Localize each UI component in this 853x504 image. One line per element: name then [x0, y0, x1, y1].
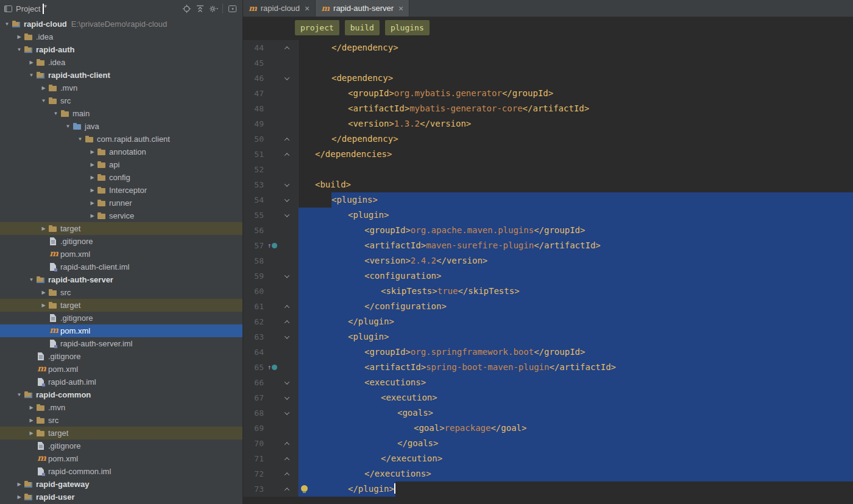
code-editor[interactable]: 44</dependency>4546<dependency>47<groupI…: [243, 38, 853, 504]
tree-item-rapid-auth-client[interactable]: ▼rapid-auth-client: [0, 69, 242, 82]
expanded-arrow-icon[interactable]: ▼: [76, 136, 85, 142]
fold-marker[interactable]: [281, 275, 293, 278]
chevron-down-icon[interactable]: ▼: [43, 4, 44, 14]
fold-marker[interactable]: [281, 305, 293, 309]
fold-marker[interactable]: [281, 335, 293, 339]
code-cell[interactable]: <artifactId>spring-boot-maven-plugin</ar…: [299, 360, 853, 375]
tree-item-.idea[interactable]: ▶.idea: [0, 30, 242, 43]
tree-item-.gitignore[interactable]: .gitignore: [0, 312, 242, 324]
override-gutter-icons[interactable]: ↑: [264, 364, 281, 371]
collapsed-arrow-icon[interactable]: ▶: [39, 85, 48, 91]
tree-item-rapid-common[interactable]: ▼rapid-common: [0, 388, 242, 401]
tree-item-rapid-auth.iml[interactable]: rapid-auth.iml: [0, 376, 242, 388]
collapse-all-icon[interactable]: [193, 2, 207, 15]
tree-item-main[interactable]: ▼main: [0, 107, 242, 120]
tree-item-java[interactable]: ▼java: [0, 120, 242, 133]
locate-file-icon[interactable]: [180, 2, 193, 15]
tree-item-rapid-cloud[interactable]: ▼rapid-cloudE:\privateDemo\rapid-cloud: [0, 18, 242, 30]
expanded-arrow-icon[interactable]: ▼: [15, 392, 24, 397]
collapsed-arrow-icon[interactable]: ▶: [88, 162, 97, 167]
tree-item-src[interactable]: ▼src: [0, 94, 242, 107]
tree-item-rapid-auth-server.iml[interactable]: rapid-auth-server.iml: [0, 337, 242, 350]
collapsed-arrow-icon[interactable]: ▶: [27, 418, 36, 423]
settings-gear-icon[interactable]: [207, 2, 220, 15]
tree-item-Interceptor[interactable]: ▶Interceptor: [0, 184, 242, 197]
expanded-arrow-icon[interactable]: ▼: [15, 47, 24, 52]
code-cell[interactable]: <executions>: [299, 375, 853, 390]
tree-item-.idea[interactable]: ▶.idea: [0, 56, 242, 69]
tree-item-rapid-auth[interactable]: ▼rapid-auth: [0, 43, 242, 56]
code-cell[interactable]: </dependency>: [299, 40, 853, 55]
fold-marker[interactable]: [281, 488, 293, 491]
code-cell[interactable]: <execution>: [299, 390, 853, 405]
code-cell[interactable]: <build>: [299, 177, 853, 192]
tree-item-.mvn[interactable]: ▶.mvn: [0, 82, 242, 94]
code-cell[interactable]: </goals>: [299, 436, 853, 451]
fold-marker[interactable]: [281, 396, 293, 400]
code-cell[interactable]: </plugin>: [299, 481, 853, 497]
tree-item-.gitignore[interactable]: .gitignore: [0, 235, 242, 248]
close-icon[interactable]: ×: [305, 4, 310, 13]
tree-item-pom.xml[interactable]: pom.xml: [0, 248, 242, 261]
expanded-arrow-icon[interactable]: ▼: [27, 277, 36, 282]
intention-bulb-icon[interactable]: [301, 485, 308, 492]
collapsed-arrow-icon[interactable]: ▶: [15, 34, 24, 40]
expanded-arrow-icon[interactable]: ▼: [51, 111, 60, 116]
tree-item-pom.xml[interactable]: pom.xml: [0, 452, 242, 465]
tree-item-.gitignore[interactable]: .gitignore: [0, 439, 242, 452]
fold-marker[interactable]: [281, 153, 293, 156]
tree-item-target[interactable]: ▶target: [0, 299, 242, 312]
override-arrow-icon[interactable]: ↑: [267, 242, 272, 249]
tree-item-rapid-gateway[interactable]: ▶rapid-gateway: [0, 478, 242, 491]
expanded-arrow-icon[interactable]: ▼: [27, 72, 36, 78]
code-cell[interactable]: <plugin>: [299, 329, 853, 345]
tree-item-target[interactable]: ▶target: [0, 427, 242, 439]
tree-item-api[interactable]: ▶api: [0, 158, 242, 171]
tree-item-com.rapid.auth.client[interactable]: ▼com.rapid.auth.client: [0, 133, 242, 145]
expanded-arrow-icon[interactable]: ▼: [63, 124, 73, 129]
code-cell[interactable]: </executions>: [299, 466, 853, 481]
tree-item-src[interactable]: ▶src: [0, 414, 242, 427]
tree-item-target[interactable]: ▶target: [0, 222, 242, 235]
code-cell[interactable]: <dependency>: [299, 71, 853, 86]
fold-marker[interactable]: [281, 214, 293, 217]
code-cell[interactable]: <groupId>org.apache.maven.plugins</group…: [299, 223, 853, 238]
code-cell[interactable]: </execution>: [299, 451, 853, 466]
code-cell[interactable]: <artifactId>maven-surefire-plugin</artif…: [299, 238, 853, 253]
hide-panel-icon[interactable]: [225, 2, 239, 15]
code-cell[interactable]: </dependencies>: [299, 147, 853, 162]
code-cell[interactable]: [299, 55, 853, 71]
code-cell[interactable]: <plugin>: [299, 208, 853, 223]
collapsed-arrow-icon[interactable]: ▶: [88, 213, 97, 219]
fold-marker[interactable]: [281, 320, 293, 324]
code-cell[interactable]: <skipTests>true</skipTests>: [299, 284, 853, 299]
collapsed-arrow-icon[interactable]: ▶: [39, 303, 48, 308]
code-cell[interactable]: <groupId>org.springframework.boot</group…: [299, 345, 853, 360]
tree-item-runner[interactable]: ▶runner: [0, 197, 242, 209]
code-cell[interactable]: <configuration>: [299, 268, 853, 284]
tree-item-.mvn[interactable]: ▶.mvn: [0, 401, 242, 414]
tree-item-pom.xml[interactable]: pom.xml: [0, 324, 242, 337]
fold-marker[interactable]: [281, 198, 293, 202]
tab-rapid-auth-server[interactable]: mrapid-auth-server×: [316, 0, 409, 16]
breadcrumb-build[interactable]: build: [345, 20, 380, 35]
collapsed-arrow-icon[interactable]: ▶: [39, 290, 48, 295]
tree-item-service[interactable]: ▶service: [0, 209, 242, 222]
code-cell[interactable]: </configuration>: [299, 299, 853, 314]
fold-marker[interactable]: [281, 46, 293, 50]
override-arrow-icon[interactable]: ↑: [267, 364, 272, 371]
code-cell[interactable]: <version>1.3.2</version>: [299, 116, 853, 131]
fold-marker[interactable]: [281, 472, 293, 476]
collapsed-arrow-icon[interactable]: ▶: [15, 494, 24, 500]
tree-item-annotation[interactable]: ▶annotation: [0, 145, 242, 158]
maven-goal-icon[interactable]: [272, 365, 277, 370]
code-cell[interactable]: <plugins>: [299, 192, 853, 208]
tree-item-rapid-common.iml[interactable]: rapid-common.iml: [0, 465, 242, 478]
collapsed-arrow-icon[interactable]: ▶: [39, 226, 48, 231]
tree-item-rapid-user[interactable]: ▶rapid-user: [0, 491, 242, 503]
maven-goal-icon[interactable]: [272, 243, 277, 248]
collapsed-arrow-icon[interactable]: ▶: [88, 149, 97, 155]
collapsed-arrow-icon[interactable]: ▶: [88, 200, 97, 206]
tree-item-rapid-auth-server[interactable]: ▼rapid-auth-server: [0, 273, 242, 286]
tree-item-rapid-auth-client.iml[interactable]: rapid-auth-client.iml: [0, 261, 242, 273]
